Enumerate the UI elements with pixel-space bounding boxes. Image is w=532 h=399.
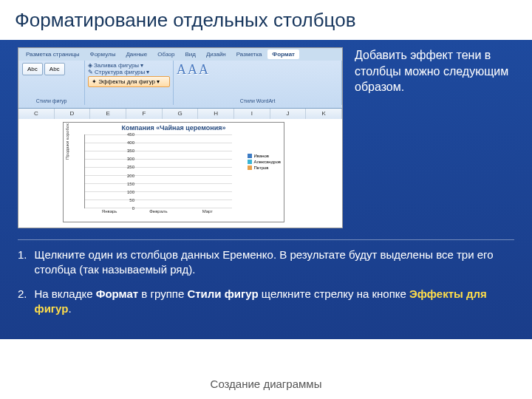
- step-number: 1.: [18, 248, 27, 278]
- fill-button[interactable]: ◈Заливка фигуры ▾: [88, 62, 170, 69]
- instruction-item: 1. Щелкните один из столбцов данных Ерем…: [18, 248, 514, 278]
- ribbon-tab[interactable]: Обзор: [153, 50, 179, 59]
- y-tick: 50: [129, 198, 134, 202]
- col-header[interactable]: C: [18, 109, 55, 119]
- excel-screenshot: Разметка страницыФормулыДанныеОбзорВидДи…: [18, 47, 343, 228]
- divider: [18, 239, 514, 240]
- x-tick: Март: [193, 208, 222, 214]
- ribbon-tab[interactable]: Разметка: [232, 50, 267, 59]
- col-header[interactable]: I: [234, 109, 270, 119]
- ribbon-tabs: Разметка страницыФормулыДанныеОбзорВидДи…: [18, 48, 342, 61]
- ribbon-groups: Abc Abc Стили фигур ◈Заливка фигуры ▾ ✎С…: [18, 61, 342, 105]
- worksheet-grid: Компания «Чайная церемония» Продажи коро…: [18, 119, 342, 228]
- step-text: На вкладке Формат в группе Стили фигур щ…: [35, 287, 514, 317]
- chart-legend: ИвановАлександровПетров: [248, 152, 281, 171]
- effects-button[interactable]: ✦ Эффекты для фигур ▾: [88, 76, 170, 87]
- y-tick: 150: [127, 182, 134, 186]
- star-icon: ✦: [92, 78, 97, 85]
- style-preset-button[interactable]: Abc: [22, 63, 43, 75]
- ribbon-tab[interactable]: Разметка страницы: [21, 50, 84, 59]
- col-header[interactable]: K: [306, 109, 342, 119]
- col-header[interactable]: H: [198, 109, 234, 119]
- side-description: Добавить эффект тени в столбцы можно сле…: [355, 47, 510, 95]
- y-tick: 250: [127, 165, 134, 169]
- x-tick: Февраль: [143, 208, 173, 214]
- legend-item: Петров: [248, 166, 281, 170]
- y-tick: 0: [132, 206, 134, 211]
- col-header[interactable]: D: [55, 109, 91, 119]
- column-headers: CDEFGHIJK: [18, 109, 342, 119]
- wordart-preset[interactable]: A: [177, 62, 186, 78]
- wordart-preset[interactable]: A: [199, 62, 208, 78]
- y-tick: 100: [127, 190, 134, 194]
- y-axis-label: Продажи коробок: [65, 123, 69, 160]
- shape-options-group: ◈Заливка фигуры ▾ ✎Структура фигуры ▾ ✦ …: [85, 61, 174, 105]
- step-text: Щелкните один из столбцов данных Еременк…: [35, 248, 514, 278]
- ribbon-tab[interactable]: Дизайн: [202, 50, 231, 59]
- ribbon-tab[interactable]: Вид: [180, 50, 200, 59]
- pencil-icon: ✎: [88, 69, 93, 75]
- style-preset-button[interactable]: Abc: [44, 63, 65, 75]
- y-tick: 200: [127, 174, 134, 178]
- ribbon: Разметка страницыФормулыДанныеОбзорВидДи…: [18, 48, 342, 109]
- col-header[interactable]: G: [163, 109, 199, 119]
- group-label: Стили WordArt: [177, 98, 338, 103]
- col-header[interactable]: J: [270, 109, 307, 119]
- y-tick: 400: [127, 140, 134, 145]
- group-label: Стили фигур: [21, 98, 81, 103]
- col-header[interactable]: F: [126, 109, 163, 119]
- y-tick: 350: [127, 149, 134, 153]
- instructions-list: 1. Щелкните один из столбцов данных Ерем…: [18, 239, 514, 325]
- instruction-item: 2. На вкладке Формат в группе Стили фигу…: [18, 287, 514, 317]
- chart-title: Компания «Чайная церемония»: [64, 123, 284, 133]
- y-tick: 300: [127, 157, 134, 161]
- plot-area: ЯнварьФевральМарт: [84, 134, 232, 208]
- embedded-chart[interactable]: Компания «Чайная церемония» Продажи коро…: [63, 122, 284, 222]
- slide-title: Форматирование отдельных столбцов: [15, 9, 355, 32]
- col-header[interactable]: E: [90, 109, 126, 119]
- wordart-preset[interactable]: A: [188, 62, 197, 78]
- footer-text: Создание диаграммы: [0, 378, 532, 390]
- wordart-group: A A A Стили WordArt: [174, 61, 342, 105]
- ribbon-tab[interactable]: Формулы: [86, 50, 120, 59]
- content-band: Разметка страницыФормулыДанныеОбзорВидДи…: [0, 40, 532, 339]
- legend-item: Александров: [248, 160, 281, 164]
- shape-styles-group: Abc Abc Стили фигур: [18, 61, 85, 105]
- step-number: 2.: [18, 287, 27, 317]
- ribbon-tab[interactable]: Формат: [267, 50, 299, 59]
- legend-item: Иванов: [248, 154, 281, 158]
- paint-icon: ◈: [88, 62, 92, 69]
- x-tick: Январь: [95, 208, 124, 214]
- y-tick: 450: [127, 132, 134, 137]
- outline-button[interactable]: ✎Структура фигуры ▾: [88, 69, 170, 75]
- ribbon-tab[interactable]: Данные: [121, 50, 151, 59]
